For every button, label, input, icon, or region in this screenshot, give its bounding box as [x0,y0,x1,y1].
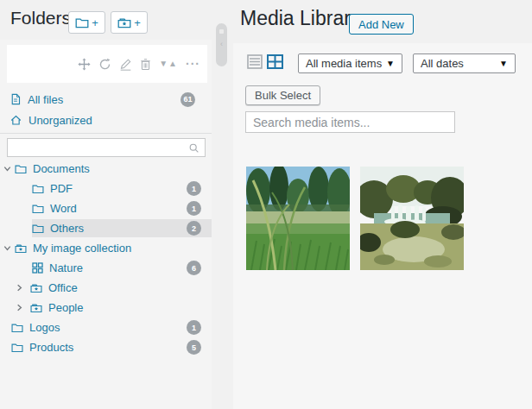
grid-view-icon[interactable] [267,54,283,69]
folder-icon [32,204,44,214]
count-badge: 2 [187,221,201,236]
folder-tree: Documents PDF 1 Word 1 Others 2 [0,159,212,357]
count-badge: 1 [187,181,201,196]
folder-tree-item-pdf[interactable]: PDF 1 [0,179,212,198]
folder-tree-item-logos[interactable]: Logos 1 [0,318,212,337]
media-library-page: Folders + + [0,0,532,409]
folder-label: Products [29,341,73,354]
folder-label: Nature [49,261,83,274]
folders-panel-title: Folders [10,8,71,28]
sidebar-item-unorganized[interactable]: Unorganized [10,112,206,128]
folder-label: Others [50,222,84,235]
folder-icon [32,184,44,194]
collapse-chevron-icon: ‹ [220,41,223,48]
folder-icon [11,323,23,333]
panel-divider [0,133,212,134]
media-items-grid [246,167,464,270]
folder-label: My image collection [33,242,131,255]
media-type-filter[interactable]: All media items ▼ [298,53,402,73]
date-filter-value: All dates [421,57,464,70]
media-search-box [245,111,455,133]
folders-toolbar: ▼▲ ··· [7,45,207,83]
folder-label: Logos [29,321,60,334]
folder-label: Documents [33,162,90,175]
plus-glyph: + [134,17,141,28]
media-search-input[interactable] [246,112,454,132]
search-icon [188,142,200,154]
folder-tree-item-people[interactable]: People [0,298,212,318]
starred-folder-icon [30,303,42,313]
folder-icon [15,164,27,174]
chevron-down-icon[interactable] [3,243,12,253]
folder-tree-item-nature[interactable]: Nature 6 [0,258,212,278]
folder-tree-item-word[interactable]: Word 1 [0,198,212,218]
file-icon [10,93,21,105]
folder-icon [32,223,44,234]
list-view-icon[interactable] [247,54,263,69]
sidebar-item-all-files[interactable]: All files 61 [10,91,206,107]
count-badge: 61 [180,92,195,107]
unorganized-label: Unorganized [28,114,92,127]
folder-search-box [7,138,206,157]
media-item-grass-field-photo[interactable] [246,167,350,270]
folder-label: Word [50,202,77,215]
folder-tree-item-my-image-collection[interactable]: My image collection [0,238,212,258]
chevron-down-icon: ▼ [386,59,395,68]
folder-tree-item-documents[interactable]: Documents [0,159,212,179]
trash-icon[interactable] [140,58,151,71]
chevron-down-icon: ▼ [499,59,508,68]
chevron-right-icon[interactable] [15,283,24,293]
home-icon [10,115,22,126]
count-badge: 5 [187,340,201,355]
folder-label: PDF [50,182,73,195]
move-icon[interactable] [78,58,91,71]
panel-resize-handle[interactable]: ‹ [216,23,227,66]
media-item-waterfall-photo[interactable] [360,167,464,270]
folder-tree-item-products[interactable]: Products 5 [0,337,212,357]
folder-plus-icon [75,17,89,28]
new-folder-button[interactable]: + [68,11,105,34]
media-type-filter-value: All media items [306,57,382,70]
count-badge: 1 [187,320,201,335]
new-collection-button[interactable]: + [111,11,148,34]
folder-label: Office [48,281,78,294]
date-filter[interactable]: All dates ▼ [413,53,516,73]
grip-dot [219,29,224,34]
count-badge: 1 [187,201,201,216]
folder-tree-item-office[interactable]: Office [0,278,212,298]
count-badge: 6 [187,261,201,275]
folder-icon [11,343,23,353]
edit-icon[interactable] [119,58,132,71]
refresh-icon[interactable] [98,58,111,71]
folder-search-input[interactable] [8,142,188,154]
chevron-down-icon[interactable] [3,164,12,173]
folder-label: People [48,301,83,314]
chevron-right-icon[interactable] [15,303,24,312]
grid-folder-icon [32,262,43,274]
page-title: Media Library [240,7,360,30]
starred-folder-icon [30,283,42,293]
starred-folder-icon [15,243,27,254]
bulk-select-button[interactable]: Bulk Select [245,85,320,105]
plus-glyph: + [92,17,98,28]
add-new-button[interactable]: Add New [349,14,414,35]
starred-folder-plus-icon [117,17,131,28]
sort-icon[interactable]: ▼▲ [159,60,178,68]
all-files-label: All files [28,93,63,106]
more-icon[interactable]: ··· [186,58,200,70]
folder-tree-item-others[interactable]: Others 2 [0,218,212,238]
